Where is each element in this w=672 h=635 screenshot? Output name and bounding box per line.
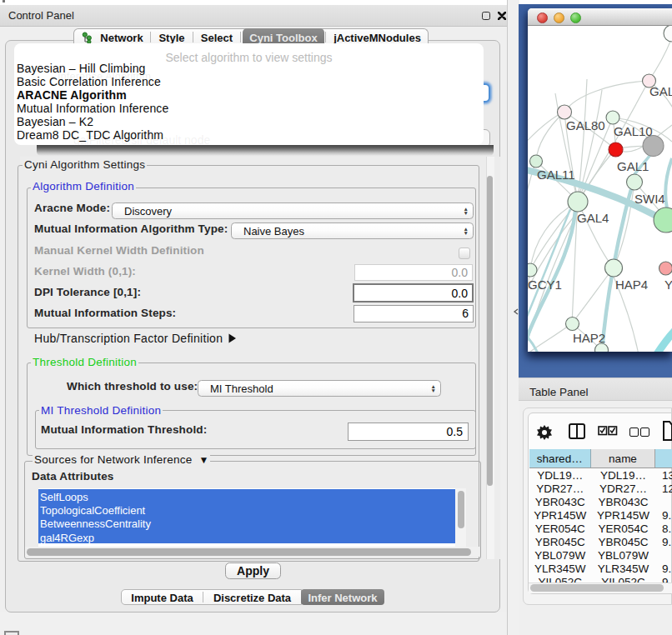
svg-text:GAL11: GAL11: [537, 168, 575, 182]
svg-text:SWI4: SWI4: [634, 192, 665, 206]
svg-text:HAP2: HAP2: [573, 331, 605, 345]
svg-text:GAL1: GAL1: [617, 159, 649, 173]
svg-text:GAL80: GAL80: [566, 118, 605, 132]
svg-text:GCY1: GCY1: [528, 278, 562, 292]
svg-text:GAL10: GAL10: [614, 124, 653, 138]
svg-text:Y: Y: [664, 278, 672, 292]
svg-text:HAP4: HAP4: [615, 278, 648, 292]
svg-text:GAL4: GAL4: [577, 211, 609, 225]
svg-text:GAL7: GAL7: [649, 84, 672, 98]
